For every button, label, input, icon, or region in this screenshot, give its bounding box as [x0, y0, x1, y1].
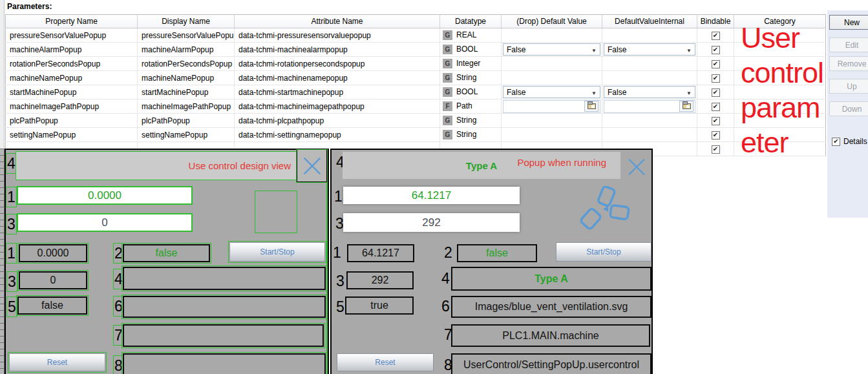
- close-button[interactable]: [622, 154, 651, 180]
- image-path-display: [123, 296, 326, 318]
- rotation-value-input[interactable]: 292: [343, 213, 520, 232]
- datatype-kind-badge: G: [443, 30, 452, 40]
- pressure-value-input[interactable]: 0.0000: [17, 186, 193, 205]
- bindable-checkbox[interactable]: [712, 117, 720, 125]
- bindable-checkbox[interactable]: [712, 145, 720, 154]
- cell-datatype: GString: [440, 128, 502, 142]
- cell-bindable: [697, 57, 734, 71]
- edit-button[interactable]: Edit: [829, 37, 868, 52]
- cell-default-value: [502, 128, 602, 142]
- cell-default-value-internal: [602, 99, 697, 114]
- cell-property-name: machineImagePathPopup: [6, 99, 138, 114]
- start-stop-button[interactable]: Start/Stop: [229, 242, 325, 262]
- cell-bindable: [697, 43, 734, 57]
- annotation-marker-1: 1: [332, 243, 343, 262]
- table-row[interactable]: settingNamePopup settingNamePopup data-t…: [6, 128, 826, 142]
- up-button[interactable]: Up: [829, 79, 868, 94]
- remove-button[interactable]: Remove: [829, 56, 868, 71]
- cell-bindable: [697, 128, 734, 142]
- default-value-internal-dropdown[interactable]: False: [604, 86, 695, 98]
- column-header-display-name: Display Name: [138, 15, 235, 28]
- annotation-marker-2: 2: [443, 243, 454, 262]
- default-value-dropdown[interactable]: False: [503, 43, 600, 56]
- cell-property-name: plcPathPopup: [6, 114, 138, 128]
- annotation-marker-4: 4: [440, 269, 451, 288]
- image-placeholder-outline: [255, 191, 297, 233]
- cell-display-name: machineAlarmPopup: [138, 43, 235, 57]
- table-row[interactable]: rotationPerSecondsPopup rotationPerSecon…: [6, 57, 826, 71]
- annotation-line: param: [741, 90, 823, 125]
- annotation-marker-3: 3: [6, 271, 17, 292]
- dropdown-value: False: [507, 88, 525, 97]
- table-row[interactable]: machineNamePopup machineNamePopup data-t…: [6, 71, 826, 85]
- parameters-editor: Parameters: Property Name Display Name A…: [0, 0, 868, 374]
- default-value-internal-dropdown[interactable]: False: [604, 43, 695, 56]
- folder-browse-button[interactable]: [584, 101, 598, 112]
- bindable-checkbox[interactable]: [712, 60, 720, 68]
- reset-button[interactable]: Reset: [337, 353, 434, 371]
- details-toggle-row: Details: [832, 137, 867, 146]
- cell-datatype: FPath: [440, 99, 502, 114]
- design-view-panel: 4 Use control design view 1 0.0000 3 0 1…: [5, 149, 329, 374]
- bindable-checkbox[interactable]: [712, 32, 720, 40]
- table-row[interactable]: machineAlarmPopup machineAlarmPopup data…: [6, 43, 826, 57]
- cell-display-name: startMachinePopup: [138, 85, 235, 99]
- bindable-checkbox[interactable]: [712, 131, 720, 140]
- cell-attribute-name: data-tchmi-settingnamepopup: [235, 128, 440, 142]
- rotation-value-display: 292: [346, 271, 414, 289]
- cell-default-value: [502, 114, 602, 128]
- machine-name-display: [123, 267, 326, 290]
- rotation-value-input[interactable]: 0: [17, 213, 193, 232]
- folder-icon: [587, 103, 596, 109]
- cell-default-value-internal: False: [602, 43, 697, 57]
- table-row[interactable]: plcPathPopup plcPathPopup data-tchmi-plc…: [6, 114, 826, 128]
- alarm-value-display: false: [457, 244, 537, 262]
- cell-attribute-name: data-tchmi-pressuresensorvaluepopup: [235, 28, 440, 43]
- ventilation-fan-icon: [580, 186, 631, 234]
- table-header-row: Property Name Display Name Attribute Nam…: [6, 15, 826, 28]
- table-row[interactable]: startMachinePopup startMachinePopup data…: [6, 85, 826, 99]
- close-button[interactable]: [297, 150, 327, 182]
- table-row[interactable]: pressureSensorValuePopup pressureSensorV…: [6, 28, 826, 43]
- bindable-checkbox[interactable]: [712, 88, 720, 97]
- datatype-kind-badge: F: [443, 101, 452, 111]
- cell-display-name: rotationPerSecondsPopup: [138, 57, 235, 71]
- table-actions-panel: New Edit Remove Up Down Details: [827, 10, 868, 218]
- bindable-checkbox[interactable]: [712, 74, 720, 83]
- cell-default-value-internal: [602, 71, 697, 85]
- datatype-label: BOOL: [456, 45, 478, 54]
- cell-default-value: [502, 99, 602, 114]
- details-checkbox[interactable]: [832, 138, 840, 146]
- start-state-display: true: [345, 296, 414, 315]
- cell-property-name: machineNamePopup: [6, 71, 138, 85]
- cell-bindable: [697, 28, 734, 43]
- bindable-checkbox[interactable]: [712, 46, 720, 54]
- cell-default-value-internal: [602, 114, 697, 128]
- new-button[interactable]: New: [829, 15, 868, 30]
- cell-bindable: [697, 85, 734, 99]
- parameters-table: Property Name Display Name Attribute Nam…: [5, 14, 826, 156]
- pane-splitter[interactable]: [0, 0, 5, 149]
- cell-bindable: [697, 99, 734, 114]
- bindable-checkbox[interactable]: [712, 103, 720, 111]
- reset-button[interactable]: Reset: [9, 353, 105, 371]
- cell-attribute-name: data-tchmi-rotationpersecondspopup: [235, 57, 440, 71]
- folder-browse-button[interactable]: [679, 101, 693, 112]
- column-header-attribute-name: Attribute Name: [235, 15, 440, 28]
- column-header-datatype: Datatype: [440, 15, 502, 28]
- cell-datatype: GBOOL: [440, 85, 502, 99]
- cell-property-name: pressureSensorValuePopup: [6, 28, 138, 43]
- datatype-kind-badge: G: [443, 45, 452, 54]
- pressure-value-input[interactable]: 64.1217: [343, 187, 520, 204]
- chevron-down-icon: [686, 45, 692, 54]
- popup-header-bar: Type A Popup when running: [343, 152, 620, 179]
- parameters-label: Parameters:: [7, 2, 52, 11]
- down-button[interactable]: Down: [829, 101, 868, 116]
- annotation-marker-1: 1: [6, 243, 17, 264]
- default-value-dropdown[interactable]: False: [503, 86, 600, 98]
- annotation-marker-1: 1: [333, 187, 344, 206]
- annotation-marker-6: 6: [440, 296, 451, 316]
- table-row[interactable]: machineImagePathPopup machineImagePathPo…: [6, 99, 826, 114]
- start-state-display: false: [17, 296, 87, 315]
- start-stop-button[interactable]: Start/Stop: [556, 242, 651, 262]
